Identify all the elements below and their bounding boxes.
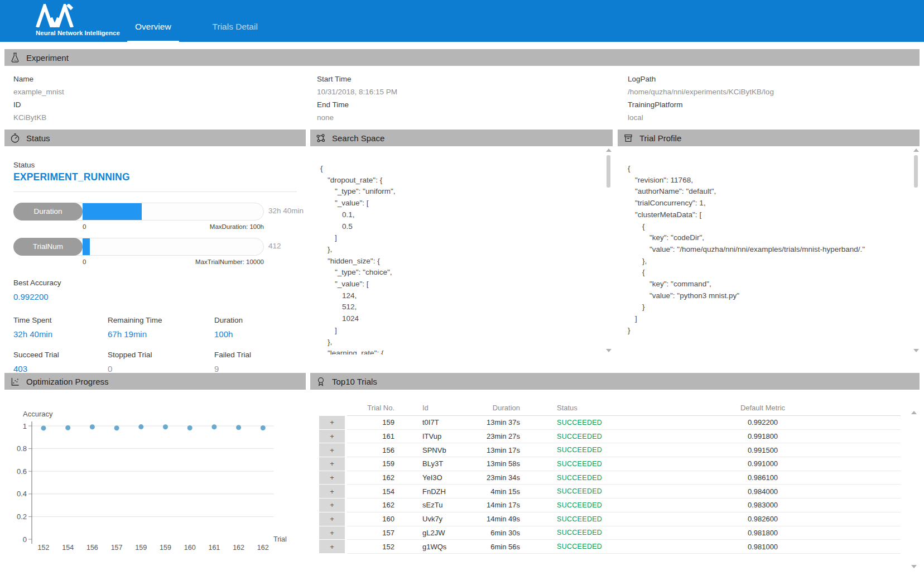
x-axis-title: Trial bbox=[273, 535, 287, 543]
cell-trial-no: 161 bbox=[347, 430, 397, 444]
expand-row-button[interactable]: + bbox=[319, 526, 347, 540]
stat-duration: Duration100h bbox=[214, 314, 306, 339]
cell-default-metric: 0.982600 bbox=[651, 512, 874, 526]
divider bbox=[13, 191, 297, 192]
status-section-header: Status bbox=[4, 130, 306, 146]
scrollbar-thumb[interactable] bbox=[914, 155, 918, 188]
cell-filler bbox=[874, 416, 901, 430]
progress-current-value: 32h 40min bbox=[268, 207, 304, 215]
x-tick-label: 157 bbox=[111, 544, 123, 552]
scroll-down-icon[interactable] bbox=[913, 349, 919, 352]
cell-status: SUCCEEDED bbox=[523, 430, 651, 444]
scroll-down-icon[interactable] bbox=[606, 349, 612, 352]
progress-fill bbox=[83, 203, 142, 220]
expand-row-button[interactable]: + bbox=[319, 540, 347, 554]
experiment-section-title: Experiment bbox=[26, 53, 69, 63]
scroll-up-icon[interactable] bbox=[911, 411, 917, 414]
experiment-info-col3: LogPath/home/quzha/nni/experiments/KCiBy… bbox=[628, 73, 774, 124]
progress-max-label: MaxDuration: 100h bbox=[210, 223, 264, 230]
cell-trial-no: 160 bbox=[347, 512, 397, 526]
expand-row-button[interactable]: + bbox=[319, 485, 347, 499]
table-row: +159BLy3T13min 58sSUCCEEDED0.991000 bbox=[319, 457, 901, 471]
scroll-up-icon[interactable] bbox=[606, 148, 612, 152]
expand-row-button[interactable]: + bbox=[319, 443, 347, 457]
optimization-section-header: Optimization Progress bbox=[4, 373, 306, 390]
cell-status: SUCCEEDED bbox=[523, 512, 651, 526]
cell-filler bbox=[874, 526, 901, 540]
tab-overview[interactable]: Overview bbox=[127, 0, 179, 42]
top10-section-title: Top10 Trials bbox=[332, 377, 377, 386]
progress-min-label: 0 bbox=[83, 223, 86, 230]
medal-icon bbox=[316, 376, 326, 387]
status-stats-grid: Time Spent32h 40minRemaining Time67h 19m… bbox=[13, 314, 306, 373]
expand-row-button[interactable]: + bbox=[319, 499, 347, 512]
x-tick-label: 162 bbox=[233, 544, 244, 552]
cell-trial-no: 159 bbox=[347, 457, 397, 471]
expand-row-button[interactable]: + bbox=[319, 471, 347, 485]
expand-row-button[interactable]: + bbox=[319, 416, 347, 430]
cell-trial-no: 157 bbox=[347, 526, 397, 540]
data-point bbox=[211, 424, 216, 429]
field-value-name: example_mnist bbox=[13, 85, 64, 98]
cell-status: SUCCEEDED bbox=[523, 540, 651, 554]
table-row: +152g1WQs6min 56sSUCCEEDED0.981000 bbox=[319, 540, 901, 554]
cell-duration: 23min 27s bbox=[487, 430, 523, 444]
cell-status: SUCCEEDED bbox=[523, 526, 651, 540]
data-point bbox=[138, 424, 143, 429]
cell-status: SUCCEEDED bbox=[523, 443, 651, 457]
stat-time-spent: Time Spent32h 40min bbox=[13, 314, 108, 339]
cell-filler bbox=[874, 499, 901, 512]
x-tick-label: 156 bbox=[86, 544, 98, 552]
brand-caption: Neural Network Intelligence bbox=[36, 30, 118, 36]
stat-remaining-time: Remaining Time67h 19min bbox=[108, 314, 214, 339]
accuracy-scatter-chart: Accuracy00.20.40.60.81152154156157159159… bbox=[4, 390, 306, 575]
table-row: +161ITVup23min 27sSUCCEEDED0.991800 bbox=[319, 430, 901, 444]
field-value-start-time: 10/31/2018, 8:16:15 PM bbox=[317, 85, 397, 98]
status-panel: Status EXPERIMENT_RUNNING Duration32h 40… bbox=[4, 146, 306, 367]
cell-filler bbox=[874, 540, 901, 554]
tab-trials-detail[interactable]: Trials Detail bbox=[205, 0, 266, 42]
json-line: ] bbox=[320, 232, 605, 244]
cell-id: BLy3T bbox=[397, 457, 487, 471]
expand-row-button[interactable]: + bbox=[319, 430, 347, 444]
data-point bbox=[114, 425, 119, 430]
cell-status: SUCCEEDED bbox=[523, 416, 651, 430]
scroll-down-icon[interactable] bbox=[911, 565, 917, 568]
json-line: "_value": [ bbox=[320, 279, 605, 290]
json-line: "value": "/home/quzha/nni/nni/examples/t… bbox=[628, 244, 912, 256]
json-line: "key": "codeDir", bbox=[628, 232, 912, 244]
data-point bbox=[65, 425, 70, 430]
json-line: "dropout_rate": { bbox=[320, 175, 605, 186]
cell-duration: 14min 17s bbox=[487, 499, 523, 512]
json-line: 124, bbox=[320, 290, 605, 302]
json-line: 0.1, bbox=[320, 209, 605, 221]
nav-tabs: OverviewTrials Detail bbox=[127, 0, 266, 42]
search-space-scrollbar[interactable] bbox=[605, 148, 612, 352]
scroll-up-icon[interactable] bbox=[913, 148, 919, 152]
cell-default-metric: 0.992200 bbox=[651, 416, 874, 430]
cell-default-metric: 0.991800 bbox=[651, 430, 874, 444]
top10-table-area: Trial No.IdDurationStatusDefault Metric+… bbox=[310, 390, 920, 575]
expand-row-button[interactable]: + bbox=[319, 457, 347, 471]
json-line: }, bbox=[320, 244, 605, 256]
x-tick-label: 160 bbox=[184, 544, 196, 552]
table-row: +159t0I7T13min 37sSUCCEEDED0.992200 bbox=[319, 416, 901, 430]
stat-value: 9 bbox=[214, 364, 306, 373]
data-point bbox=[261, 425, 266, 430]
progress-bars: Duration32h 40min0MaxDuration: 100hTrial… bbox=[13, 203, 306, 265]
x-tick-label: 154 bbox=[62, 544, 74, 552]
experiment-info: Nameexample_mnistIDKCiBytKB Start Time10… bbox=[0, 66, 924, 130]
cell-id: sEzTu bbox=[397, 499, 487, 512]
trial-profile-scrollbar[interactable] bbox=[913, 148, 919, 352]
experiment-section-header: Experiment bbox=[4, 49, 920, 66]
cell-id: ITVup bbox=[397, 430, 487, 444]
expand-row-button[interactable]: + bbox=[319, 512, 347, 526]
flask-icon bbox=[10, 52, 20, 63]
experiment-info-col2: Start Time10/31/2018, 8:16:15 PMEnd Time… bbox=[317, 73, 397, 124]
field-label-end-time: End Time bbox=[317, 98, 397, 111]
scrollbar-thumb[interactable] bbox=[607, 155, 610, 188]
column-header-duration: Duration bbox=[487, 400, 523, 416]
json-line: "clusterMetaData": [ bbox=[628, 209, 912, 221]
cell-trial-no: 152 bbox=[347, 540, 397, 554]
data-point bbox=[41, 425, 46, 430]
